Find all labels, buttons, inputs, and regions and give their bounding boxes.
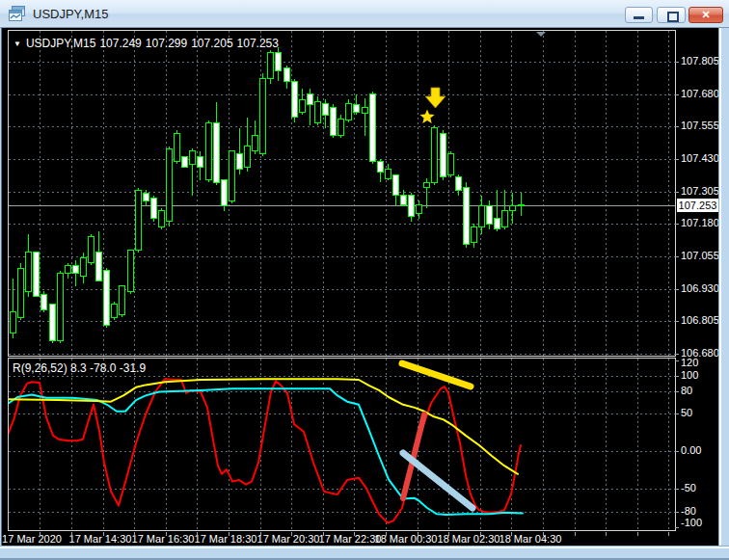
candlestick bbox=[26, 253, 32, 291]
candlestick bbox=[487, 205, 493, 224]
candlestick bbox=[144, 193, 149, 200]
candlestick bbox=[456, 177, 462, 190]
trend-yellow-annotation[interactable] bbox=[402, 363, 471, 387]
candlestick bbox=[338, 119, 344, 136]
main-chart-canvas[interactable]: ▼USDJPY,M15107.249107.299107.205107.253 bbox=[8, 30, 676, 357]
candlestick bbox=[50, 305, 56, 341]
candlestick bbox=[441, 133, 446, 177]
arrow-down-annotation[interactable] bbox=[425, 88, 446, 108]
candlestick bbox=[136, 190, 142, 250]
candlestick bbox=[502, 211, 508, 227]
candlestick bbox=[18, 268, 24, 317]
candlestick bbox=[268, 53, 274, 79]
candlestick bbox=[58, 274, 64, 341]
candlestick bbox=[81, 257, 87, 276]
chart-dropdown-icon: ▼ bbox=[14, 40, 21, 48]
candlestick bbox=[89, 237, 94, 263]
indicator-canvas[interactable]: R(9,26,52) 8.3 -78.0 -31.9 bbox=[8, 358, 676, 531]
window-frame-bottom bbox=[0, 546, 729, 560]
candlestick bbox=[222, 180, 228, 206]
close-icon: ✕ bbox=[701, 9, 710, 20]
star-annotation[interactable] bbox=[419, 110, 434, 124]
window-frame-right bbox=[718, 28, 729, 560]
candlestick bbox=[214, 122, 220, 182]
candlestick bbox=[159, 211, 165, 227]
chart-window-icon bbox=[9, 6, 26, 21]
candlestick bbox=[120, 286, 125, 315]
trend-blue-annotation[interactable] bbox=[403, 453, 472, 508]
candlestick bbox=[315, 102, 321, 123]
indicator-label: R(9,26,52) 8.3 -78.0 -31.9 bbox=[13, 361, 146, 375]
candlestick bbox=[472, 227, 477, 242]
indicator-grid bbox=[9, 359, 675, 530]
candlestick bbox=[230, 151, 235, 200]
candlestick bbox=[260, 79, 266, 154]
candlestick bbox=[300, 99, 306, 112]
candlestick bbox=[393, 174, 399, 196]
candlestick bbox=[104, 271, 110, 326]
candlestick bbox=[424, 182, 430, 187]
close-button[interactable]: ✕ bbox=[688, 7, 723, 23]
candlestick bbox=[519, 205, 525, 206]
candlestick bbox=[370, 94, 376, 162]
chart-header: ▼USDJPY,M15107.249107.299107.205107.253 bbox=[14, 37, 283, 50]
candlestick bbox=[182, 156, 188, 167]
candlestick bbox=[245, 147, 251, 168]
candlestick bbox=[323, 103, 329, 115]
price-axis[interactable] bbox=[676, 30, 718, 531]
candlestick bbox=[34, 253, 40, 297]
window-titlebar[interactable]: USDJPY,M15 ✕ bbox=[0, 0, 729, 28]
chart-shift-marker bbox=[536, 32, 546, 37]
candlestick bbox=[308, 94, 313, 105]
candlestick bbox=[363, 107, 368, 114]
candlestick bbox=[354, 104, 360, 112]
candlestick bbox=[11, 312, 16, 333]
candlestick bbox=[284, 68, 290, 81]
candlestick bbox=[331, 107, 337, 136]
chart-symbol-period: USDJPY,M15 bbox=[26, 37, 95, 50]
minimize-icon bbox=[634, 16, 644, 19]
candlestick bbox=[73, 265, 79, 273]
candlestick bbox=[237, 154, 243, 170]
candlestick bbox=[41, 294, 47, 309]
current-price-badge: 107.253 bbox=[677, 199, 718, 212]
candlestick bbox=[66, 265, 71, 273]
candlestick bbox=[175, 133, 180, 162]
candles bbox=[11, 47, 525, 343]
candlestick bbox=[96, 253, 102, 281]
candlestick bbox=[479, 205, 485, 227]
oscillator-line-signal-yellow bbox=[8, 379, 518, 474]
restore-icon bbox=[667, 12, 679, 22]
candlestick bbox=[464, 188, 470, 245]
restore-button[interactable] bbox=[657, 7, 686, 23]
candlestick bbox=[198, 156, 203, 167]
window-title: USDJPY,M15 bbox=[33, 7, 109, 21]
candlestick bbox=[346, 103, 352, 120]
candlestick bbox=[112, 305, 118, 317]
candlestick bbox=[151, 198, 157, 219]
window-frame-left bbox=[0, 28, 2, 546]
candlestick bbox=[292, 81, 298, 118]
candlestick bbox=[276, 53, 282, 71]
ohlc-high: 107.299 bbox=[146, 37, 187, 50]
candlestick bbox=[417, 204, 422, 213]
ohlc-low: 107.205 bbox=[191, 37, 232, 50]
minimize-button[interactable] bbox=[625, 7, 653, 23]
candlestick bbox=[432, 128, 438, 183]
mt4-chart-window: USDJPY,M15 ✕ ▼USDJPY,M15107.249107.29910… bbox=[0, 0, 729, 560]
candlestick bbox=[448, 154, 454, 175]
candlestick bbox=[409, 196, 415, 217]
candlestick bbox=[167, 148, 173, 221]
ohlc-close: 107.253 bbox=[237, 37, 279, 50]
candlestick bbox=[206, 122, 212, 179]
candlestick bbox=[128, 250, 134, 291]
indicator-panel-border bbox=[9, 359, 676, 531]
candlestick bbox=[190, 151, 196, 164]
ohlc-open: 107.249 bbox=[99, 37, 141, 50]
candlestick bbox=[401, 196, 407, 204]
candlestick bbox=[510, 205, 516, 210]
candlestick bbox=[386, 170, 392, 178]
candlestick bbox=[378, 162, 384, 173]
candlestick bbox=[495, 219, 500, 229]
time-axis[interactable] bbox=[8, 531, 718, 546]
